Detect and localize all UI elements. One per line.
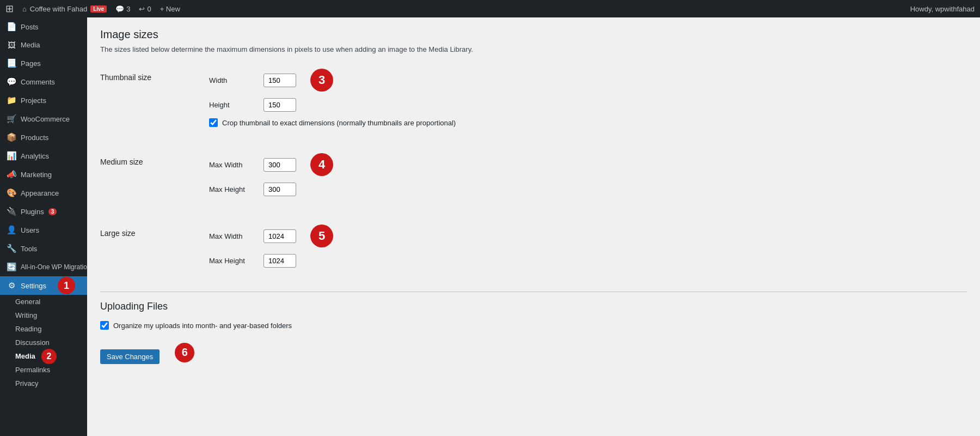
crop-checkbox-row: Crop thumbnail to exact dimensions (norm…	[209, 118, 967, 127]
thumbnail-step-badge: 3	[310, 69, 333, 92]
home-icon: ⌂	[22, 5, 27, 13]
sidebar-item-comments[interactable]: 💬 Comments	[0, 72, 87, 91]
medium-fields: Max Width 4 Max Height	[209, 149, 967, 207]
sidebar-item-label: Pages	[21, 59, 41, 68]
settings-step-badge: 1	[58, 277, 75, 294]
revisions-icon: ↩	[139, 5, 145, 13]
sidebar-item-label: Comments	[21, 78, 55, 86]
admin-bar: ⊞ ⌂ Coffee with Fahad Live 💬 3 ↩ 0 + New…	[0, 0, 980, 17]
sidebar-item-label: WooCommerce	[21, 115, 70, 123]
large-height-input[interactable]	[264, 254, 296, 268]
large-label: Large size	[100, 220, 209, 278]
crop-label[interactable]: Crop thumbnail to exact dimensions (norm…	[222, 119, 456, 127]
large-row: Large size Max Width 5 Max Height	[100, 220, 967, 278]
submenu-media[interactable]: Media 2	[0, 349, 87, 363]
large-max-height-label: Max Height	[209, 257, 258, 265]
sidebar-item-posts[interactable]: 📄 Posts	[0, 17, 87, 36]
sidebar-item-label: Posts	[21, 23, 39, 31]
large-width-row: Max Width 5	[209, 225, 967, 247]
marketing-icon: 📣	[7, 169, 16, 179]
submenu-privacy[interactable]: Privacy	[0, 377, 87, 390]
comments-count[interactable]: 💬 3	[115, 5, 130, 13]
organize-uploads-label[interactable]: Organize my uploads into month- and year…	[113, 322, 292, 330]
settings-wrap: Image sizes The sizes listed below deter…	[100, 28, 967, 364]
sidebar-item-marketing[interactable]: 📣 Marketing	[0, 165, 87, 184]
plugins-badge: 3	[48, 208, 57, 215]
medium-row: Medium size Max Width 4 Max Height	[100, 149, 967, 207]
organize-uploads-row: Organize my uploads into month- and year…	[100, 321, 967, 330]
sidebar-item-label: Appearance	[21, 189, 59, 197]
large-height-row: Max Height	[209, 254, 967, 268]
sidebar-item-label: Plugins	[21, 208, 44, 216]
thumbnail-size-table: Thumbnail size Width 3 Height	[100, 64, 967, 136]
comments-icon: 💬	[115, 5, 124, 13]
submenu-reading[interactable]: Reading	[0, 322, 87, 336]
sidebar-item-label: Users	[21, 226, 39, 234]
sidebar-item-plugins[interactable]: 🔌 Plugins 3	[0, 202, 87, 221]
users-icon: 👤	[7, 225, 16, 235]
analytics-icon: 📊	[7, 151, 16, 161]
sidebar-item-products[interactable]: 📦 Products	[0, 128, 87, 147]
submenu-writing[interactable]: Writing	[0, 308, 87, 322]
large-width-input[interactable]	[264, 229, 296, 243]
medium-height-input[interactable]	[264, 183, 296, 196]
sidebar-item-projects[interactable]: 📁 Projects	[0, 91, 87, 110]
site-name[interactable]: Coffee with Fahad	[30, 5, 87, 13]
migration-icon: 🔄	[7, 262, 16, 272]
revisions-count[interactable]: ↩ 0	[139, 5, 151, 13]
save-changes-button[interactable]: Save Changes	[100, 349, 160, 364]
sidebar-item-tools[interactable]: 🔧 Tools	[0, 239, 87, 258]
page-title: Image sizes	[100, 28, 967, 41]
crop-thumbnail-checkbox[interactable]	[209, 118, 218, 127]
sidebar-item-label: Products	[21, 134, 48, 142]
sidebar-item-settings[interactable]: ⚙ Settings 1	[0, 276, 87, 295]
thumbnail-row: Thumbnail size Width 3 Height	[100, 64, 967, 136]
sidebar-item-pages[interactable]: 📃 Pages	[0, 54, 87, 72]
sidebar-item-allinone[interactable]: 🔄 All-in-One WP Migration	[0, 258, 87, 276]
plugins-icon: 🔌	[7, 207, 16, 216]
save-step-badge: 6	[175, 343, 194, 362]
large-max-width-label: Max Width	[209, 232, 258, 240]
medium-step-badge: 4	[310, 153, 333, 176]
sidebar-item-users[interactable]: 👤 Users	[0, 221, 87, 239]
thumbnail-height-input[interactable]	[264, 98, 296, 112]
thumbnail-width-input[interactable]	[264, 74, 296, 87]
products-icon: 📦	[7, 132, 16, 142]
new-content-button[interactable]: + New	[160, 5, 180, 13]
sidebar-item-label: Marketing	[21, 171, 52, 179]
page-description: The sizes listed below determine the max…	[100, 45, 967, 53]
howdy-text: Howdy, wpwithfahad	[910, 5, 975, 13]
media-icon: 🖼	[7, 40, 16, 50]
settings-icon: ⚙	[7, 281, 16, 290]
save-row: Save Changes 6	[100, 341, 967, 364]
height-label: Height	[209, 101, 258, 109]
posts-icon: 📄	[7, 22, 16, 32]
medium-width-row: Max Width 4	[209, 153, 967, 176]
uploading-title: Uploading Files	[100, 292, 967, 312]
medium-max-width-label: Max Width	[209, 161, 258, 169]
organize-uploads-checkbox[interactable]	[100, 321, 109, 330]
large-step-badge: 5	[310, 225, 333, 247]
thumbnail-fields: Width 3 Height Crop thumbnail to exact d…	[209, 64, 967, 136]
submenu-general[interactable]: General	[0, 295, 87, 308]
sidebar-item-media[interactable]: 🖼 Media	[0, 36, 87, 54]
wp-logo-icon[interactable]: ⊞	[5, 3, 14, 15]
sidebar-item-label: Projects	[21, 96, 46, 105]
sidebar-item-woocommerce[interactable]: 🛒 WooCommerce	[0, 110, 87, 128]
thumbnail-label: Thumbnail size	[100, 64, 209, 136]
thumbnail-height-row: Height	[209, 98, 967, 112]
medium-width-input[interactable]	[264, 158, 296, 172]
medium-max-height-label: Max Height	[209, 185, 258, 193]
submenu-permalinks[interactable]: Permalinks	[0, 363, 87, 377]
media-step-badge: 2	[41, 349, 57, 364]
sidebar-item-appearance[interactable]: 🎨 Appearance	[0, 184, 87, 202]
appearance-icon: 🎨	[7, 188, 16, 198]
site-info: ⌂ Coffee with Fahad Live	[22, 5, 107, 13]
sidebar-item-analytics[interactable]: 📊 Analytics	[0, 147, 87, 165]
main-content: Image sizes The sizes listed below deter…	[87, 17, 980, 436]
submenu-discussion[interactable]: Discussion	[0, 336, 87, 349]
sidebar-item-label: Analytics	[21, 152, 49, 160]
medium-size-table: Medium size Max Width 4 Max Height	[100, 149, 967, 207]
woo-icon: 🛒	[7, 114, 16, 124]
sidebar-item-label: Media	[21, 41, 40, 49]
